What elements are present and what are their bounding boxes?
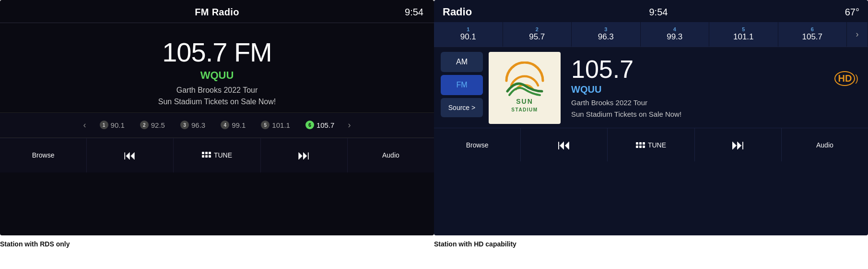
left-tune-label: TUNE [214,151,232,159]
left-preset-6[interactable]: 6 105.7 [298,119,342,131]
right-caption: Station with HD capability [434,235,868,254]
preset-badge-4: 4 [221,121,229,129]
left-caption: Station with RDS only [0,235,434,254]
right-preset-freq-2: 95.7 [529,32,545,42]
right-preset-freq-4: 99.3 [667,32,682,42]
right-preset-num-3: 3 [604,27,607,32]
right-preset-num-4: 4 [673,27,676,32]
right-preset-freq-1: 90.1 [460,32,476,42]
right-preset-next[interactable]: › [847,22,868,47]
right-tune-grid-icon [636,142,645,148]
left-main-content: 105.7 FM WQUU Garth Brooks 2022 Tour Sun… [0,23,434,112]
left-skip-fwd-button[interactable]: ⏭ [261,138,348,172]
left-preset-3[interactable]: 3 96.3 [173,119,213,131]
right-skip-fwd-icon: ⏭ [731,137,745,153]
right-panel: Radio 9:54 67° 1 90.1 2 95.7 3 96.3 [434,0,868,254]
right-audio-button[interactable]: Audio [782,128,868,161]
tune-grid-icon [202,152,211,158]
screen-right: Radio 9:54 67° 1 90.1 2 95.7 3 96.3 [434,0,868,235]
screen-left: FM Radio 9:54 105.7 FM WQUU Garth Brooks… [0,0,434,235]
right-browse-label: Browse [466,141,489,149]
svg-text:STADIUM: STADIUM [511,107,538,112]
svg-text:SUN: SUN [516,98,533,105]
right-station-info: 105.7 WQUU Garth Brooks 2022 Tour Sun St… [566,52,861,124]
right-preset-num-6: 6 [811,27,814,32]
hd-badge: HD) [834,71,858,86]
left-station-name: WQUU [200,69,234,82]
right-temp: 67° [845,7,859,18]
right-preset-arrow-icon: › [850,24,865,45]
right-tune-button[interactable]: TUNE [608,128,694,161]
right-rds-line2: Sun Stadium Tickets on Sale Now! [571,109,861,120]
left-title: FM Radio [148,7,286,18]
preset-badge-3: 3 [180,121,189,129]
preset-badge-5: 5 [261,121,270,129]
right-preset-2[interactable]: 2 95.7 [503,22,572,47]
right-audio-label: Audio [816,141,833,149]
preset-freq-4: 99.1 [232,121,246,129]
source-button[interactable]: Source > [441,98,483,117]
left-prev-arrow[interactable]: ‹ [78,118,92,133]
right-preset-4[interactable]: 4 99.3 [641,22,710,47]
preset-badge-2: 2 [140,121,149,129]
preset-freq-6: 105.7 [317,121,335,129]
right-preset-freq-5: 101.1 [733,32,754,42]
album-art: SUN STADIUM [489,52,561,124]
right-skip-back-icon: ⏮ [557,137,571,153]
right-preset-3[interactable]: 3 96.3 [572,22,641,47]
right-preset-num-2: 2 [536,27,539,32]
left-preset-5[interactable]: 5 101.1 [253,119,298,131]
left-skip-back-button[interactable]: ⏮ [87,138,174,172]
right-presets-bar: 1 90.1 2 95.7 3 96.3 4 99.3 5 101.1 [434,22,868,47]
right-skip-fwd-button[interactable]: ⏭ [695,128,782,161]
left-browse-label: Browse [32,151,55,159]
preset-freq-1: 90.1 [111,121,125,129]
left-header: FM Radio 9:54 [0,0,434,23]
left-tune-button[interactable]: TUNE [174,138,260,172]
side-buttons: AM FM Source > [441,52,483,124]
right-browse-button[interactable]: Browse [434,128,521,161]
right-preset-num-1: 1 [467,27,469,32]
right-preset-6[interactable]: 6 105.7 [778,22,847,47]
preset-freq-3: 96.3 [191,121,205,129]
right-frequency: 105.7 [571,56,861,83]
right-rds-line1: Garth Brooks 2022 Tour [571,97,861,109]
preset-badge-6: 6 [305,121,314,129]
right-toolbar: Browse ⏮ TUNE [434,128,868,161]
right-skip-back-button[interactable]: ⏮ [521,128,608,161]
left-panel: FM Radio 9:54 105.7 FM WQUU Garth Brooks… [0,0,434,254]
main-container: FM Radio 9:54 105.7 FM WQUU Garth Brooks… [0,0,868,254]
left-time: 9:54 [405,7,423,17]
left-skip-fwd-icon: ⏭ [298,148,310,163]
left-next-arrow[interactable]: › [342,118,356,133]
left-rds-line2: Sun Stadium Tickets on Sale Now! [158,98,276,106]
left-preset-1[interactable]: 1 90.1 [92,119,132,131]
left-audio-label: Audio [382,151,399,159]
left-frequency: 105.7 FM [162,37,272,67]
right-time: 9:54 [472,7,845,18]
right-preset-1[interactable]: 1 90.1 [434,22,503,47]
right-middle: AM FM Source > [434,47,868,128]
left-rds-line1: Garth Brooks 2022 Tour [176,86,258,94]
left-rds-text: Garth Brooks 2022 Tour Sun Stadium Ticke… [158,85,276,108]
right-preset-freq-3: 96.3 [598,32,614,42]
right-station-name: WQUU [571,84,861,95]
right-preset-num-5: 5 [742,27,745,32]
left-browse-button[interactable]: Browse [0,138,87,172]
left-skip-back-icon: ⏮ [124,148,136,163]
left-preset-4[interactable]: 4 99.1 [213,119,253,131]
right-rds-text: Garth Brooks 2022 Tour Sun Stadium Ticke… [571,97,861,120]
left-presets-bar: ‹ 1 90.1 2 92.5 3 96.3 4 99.1 [0,112,434,138]
left-preset-2[interactable]: 2 92.5 [132,119,173,131]
preset-freq-5: 101.1 [272,121,290,129]
hd-icon: HD [834,71,855,86]
preset-badge-1: 1 [100,121,108,129]
right-header: Radio 9:54 67° [434,0,868,18]
right-preset-5[interactable]: 5 101.1 [709,22,778,47]
fm-button[interactable]: FM [441,75,483,95]
left-audio-button[interactable]: Audio [348,138,434,172]
left-toolbar: Browse ⏮ TUNE [0,138,434,172]
preset-freq-2: 92.5 [151,121,165,129]
am-button[interactable]: AM [441,52,483,72]
right-tune-label: TUNE [648,141,666,149]
